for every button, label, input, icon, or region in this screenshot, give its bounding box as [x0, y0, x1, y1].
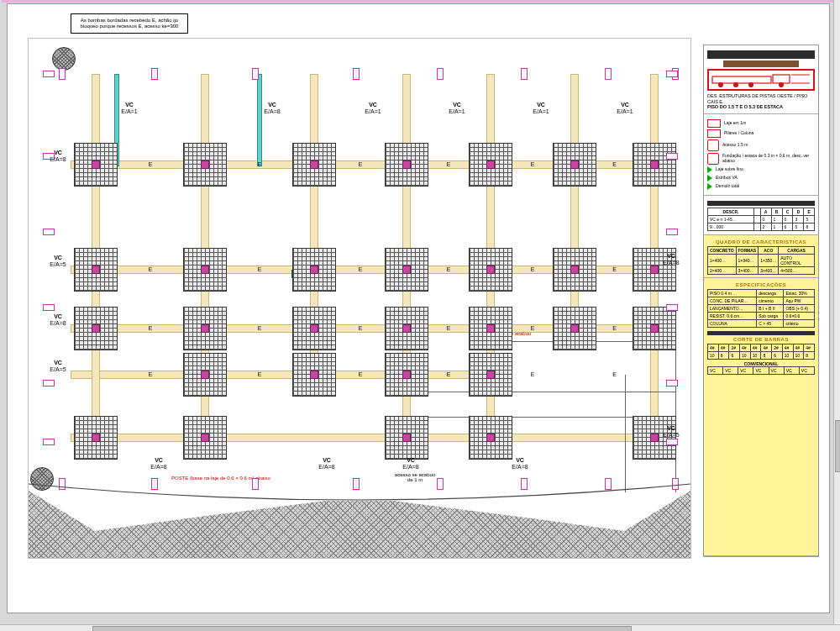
svg-point-3 — [733, 82, 738, 87]
perimeter-column — [605, 478, 612, 490]
perimeter-column — [521, 478, 528, 490]
column-core — [650, 160, 659, 169]
column-core — [201, 160, 209, 169]
perimeter-column — [437, 68, 444, 80]
vc-label: VCE/A=1 — [528, 102, 554, 114]
column-core — [486, 324, 495, 333]
perimeter-column — [151, 478, 158, 490]
beam — [71, 371, 499, 379]
span-marker: E — [444, 325, 454, 331]
perimeter-column — [437, 478, 444, 490]
svg-point-4 — [748, 82, 753, 87]
span-marker: E — [528, 161, 538, 167]
perimeter-column — [666, 304, 678, 311]
perimeter-column — [252, 68, 259, 80]
column-core — [402, 160, 411, 169]
span-marker: E — [255, 325, 265, 331]
span-marker: E — [355, 266, 365, 272]
vc-label: VCE/A=8 — [507, 457, 533, 470]
vc-label: VCE/A=1 — [612, 102, 638, 114]
perimeter-column — [43, 71, 55, 77]
perimeter-column — [43, 380, 55, 386]
perimeter-column — [666, 380, 678, 386]
vc-label: VCE/A=5 — [45, 360, 71, 372]
column-core — [570, 266, 579, 274]
note-text: acesso se acaboude 1 m — [390, 472, 440, 482]
dimension-line — [625, 375, 626, 492]
span-marker: E — [355, 325, 365, 331]
column-core — [310, 324, 318, 333]
column-core — [402, 371, 411, 379]
column-core — [486, 371, 495, 379]
annotation-note: As bombas bordadas recebedo E, achão ijo… — [71, 13, 188, 34]
span-marker: E — [444, 371, 454, 377]
column-core — [486, 160, 495, 169]
column-core — [310, 160, 318, 169]
span-marker: E — [528, 266, 538, 272]
column-core — [310, 371, 318, 379]
perimeter-column — [59, 68, 66, 80]
column-core — [570, 160, 579, 169]
vc-label: VCE/A=5 — [45, 255, 71, 267]
span-marker: E — [255, 161, 265, 167]
perimeter-column — [43, 439, 55, 445]
perimeter-column — [666, 439, 678, 445]
column-core — [650, 266, 659, 274]
column-core — [402, 266, 411, 274]
vc-label: VCE/A=8 — [659, 253, 684, 266]
span-marker: E — [610, 161, 620, 167]
span-marker: E — [610, 266, 620, 272]
column-core — [402, 324, 411, 333]
span-marker: E — [145, 325, 155, 331]
drawing-area[interactable]: As bombas bordadas recebedo E, achão ijo… — [28, 38, 691, 559]
perimeter-column — [666, 71, 678, 77]
perimeter-column — [43, 229, 55, 235]
column-core — [201, 266, 209, 274]
column-core — [92, 434, 100, 442]
column-core — [650, 324, 659, 333]
vc-label: VCE/A=8 — [146, 457, 171, 470]
svg-point-2 — [718, 82, 723, 87]
column-core — [92, 160, 100, 169]
vc-label: VCE/A=8 — [45, 150, 71, 162]
cad-page: As bombas bordadas recebedo E, achão ijo… — [7, 3, 830, 613]
column-core — [570, 324, 579, 333]
truck-logo-icon — [707, 69, 815, 91]
panel-characteristics: QUADRO DE CARACTERISTICAS CONCRETOFORMAS… — [704, 235, 818, 278]
span-marker: E — [355, 371, 365, 377]
vc-label: VCE/A=1 — [360, 102, 386, 114]
column-core — [92, 324, 100, 333]
column-core — [310, 266, 318, 274]
structural-grid: acesso se acabou POSTE (base na laje de … — [37, 55, 684, 476]
beam — [570, 74, 579, 334]
panel-table1: DESCR.ABCDE VC e n 1-45…01035 9…00021658 — [704, 196, 818, 235]
span-marker: E — [444, 161, 454, 167]
svg-point-5 — [779, 82, 784, 87]
dimension-line — [415, 392, 675, 392]
perimeter-column — [151, 68, 158, 80]
svg-rect-0 — [712, 76, 771, 83]
span-marker: E — [145, 161, 155, 167]
beam — [71, 434, 667, 442]
perimeter-column — [666, 229, 678, 235]
column-core — [650, 434, 659, 442]
column-core — [402, 434, 411, 442]
column-core — [92, 266, 100, 274]
span-marker: E — [528, 371, 538, 377]
column-core — [201, 434, 209, 442]
perimeter-column — [252, 478, 259, 490]
scrollbar-horizontal[interactable] — [0, 624, 840, 631]
perimeter-column — [353, 68, 360, 80]
column-core — [486, 266, 495, 274]
perimeter-column — [353, 478, 360, 490]
column-core — [486, 434, 495, 442]
scrollbar-vertical[interactable] — [833, 0, 840, 631]
column-core — [201, 324, 209, 333]
perimeter-column — [59, 478, 66, 490]
panel-header: DES. ESTRUTURAS DE PISTAS OESTE / PISO C… — [704, 45, 818, 114]
pavement-hatch — [29, 491, 690, 558]
span-marker: E — [610, 325, 620, 331]
perimeter-column — [666, 153, 678, 160]
span-marker: E — [355, 161, 365, 167]
span-marker: E — [145, 371, 155, 377]
